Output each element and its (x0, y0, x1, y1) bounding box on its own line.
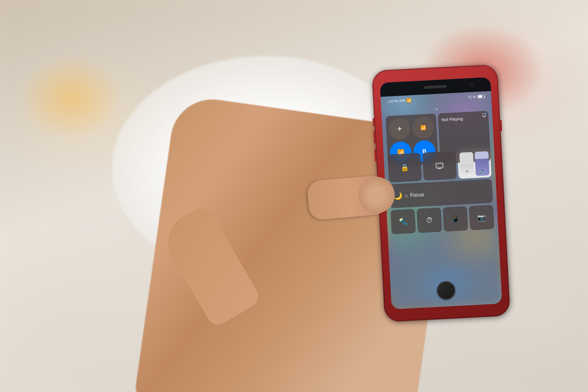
front-camera (470, 83, 474, 87)
camera-button[interactable]: 📷 (469, 205, 494, 230)
screen-mirror-icon (436, 162, 444, 169)
orientation-lock-icon: 🔒 (400, 164, 409, 172)
airplane-mode-button[interactable]: ✈ (388, 118, 411, 140)
cc-row-3: 🌙 ⌂ Focus (389, 179, 493, 208)
airplane-icon: ✈ (397, 125, 402, 132)
volume-slider[interactable]: 🔈 (474, 151, 490, 176)
flashlight-button[interactable]: 🔦 (390, 209, 416, 234)
battery-icon (478, 95, 484, 98)
airplay-svg (482, 113, 486, 118)
svg-rect-4 (439, 168, 440, 169)
calculator-icon: 📱 (451, 215, 460, 223)
mute-switch[interactable] (372, 118, 375, 126)
calculator-button[interactable]: 📱 (443, 206, 468, 232)
svg-rect-2 (437, 164, 442, 167)
close-chevron[interactable]: ⌄ (434, 105, 439, 111)
signal-bar-4 (392, 100, 393, 102)
timer-icon: ⏱ (426, 216, 433, 224)
screen-mirror-button[interactable] (422, 151, 457, 180)
focus-home-icon: ⌂ (404, 193, 408, 198)
phone-screen: No SIM 📶 71 % ⌄ (380, 77, 502, 309)
cellular-icon: 📶 (420, 125, 426, 130)
flashlight-icon: 🔦 (398, 217, 408, 226)
focus-panel[interactable]: 🌙 ⌂ Focus (389, 179, 493, 208)
svg-rect-1 (436, 163, 443, 168)
cc-row-1: ✈ 📶 📶 B (386, 111, 490, 152)
airplay-icon[interactable] (482, 113, 486, 118)
wifi-status-icon: 📶 (406, 98, 412, 103)
focus-label: Focus (410, 192, 424, 198)
battery-percentage: 71 % (468, 95, 476, 100)
signal-bars (388, 100, 393, 103)
signal-bar-3 (390, 100, 392, 102)
status-right: 71 % (468, 94, 484, 99)
signal-bar-1 (388, 102, 389, 103)
no-sim-label: No SIM (394, 98, 405, 103)
battery-fill (478, 95, 482, 98)
orientation-lock-button[interactable]: 🔒 (388, 153, 422, 182)
status-left: No SIM 📶 (388, 98, 412, 104)
timer-button[interactable]: ⏱ (417, 208, 442, 233)
volume-icon: 🔈 (480, 168, 486, 174)
cc-row-2: 🔒 (388, 149, 492, 182)
focus-moon-icon: 🌙 (394, 192, 402, 200)
cellular-button[interactable]: 📶 (412, 116, 434, 139)
control-center: ✈ 📶 📶 B (386, 111, 494, 235)
camera-icon: 📷 (477, 213, 486, 222)
brightness-icon: ☀ (465, 169, 469, 174)
brightness-slider[interactable]: ☀ (459, 152, 474, 177)
phone-and-hand: No SIM 📶 71 % ⌄ (210, 42, 378, 350)
speaker (424, 85, 447, 89)
power-button[interactable] (500, 120, 502, 131)
signal-bar-2 (389, 101, 390, 102)
scene: No SIM 📶 71 % ⌄ (0, 0, 588, 392)
not-playing-text: Not Playing (442, 115, 485, 122)
